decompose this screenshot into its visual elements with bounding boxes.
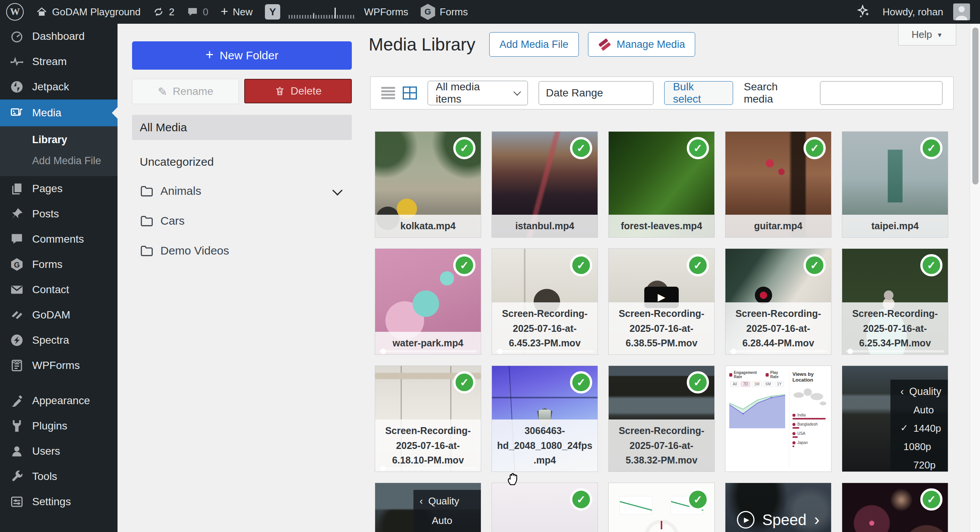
sidebar-item-tools[interactable]: Tools	[0, 464, 118, 489]
folder-item-demo-videos[interactable]: Demo Videos	[132, 239, 352, 263]
delete-folder-button[interactable]: Delete	[244, 79, 352, 103]
selected-check-icon[interactable]: ✓	[920, 488, 942, 511]
date-range-input[interactable]	[539, 81, 653, 105]
traffic-sparkline-icon[interactable]	[289, 5, 356, 19]
media-item[interactable]: ‹Quality Auto	[375, 483, 481, 532]
media-item[interactable]: ✓	[609, 483, 714, 532]
sidebar-item-forms[interactable]: G Forms	[0, 252, 118, 277]
new-label: New	[233, 6, 253, 18]
chevron-down-icon	[513, 88, 521, 96]
selected-check-icon[interactable]: ✓	[920, 137, 942, 159]
quality-option[interactable]: ✓1440p	[900, 423, 948, 434]
media-item[interactable]: ✓ water-park.mp4	[375, 249, 481, 354]
submenu-item-add-media-file[interactable]: Add Media File	[32, 155, 118, 167]
list-view-button[interactable]	[381, 87, 395, 100]
help-dropdown[interactable]: Help ▼	[898, 24, 956, 46]
media-item[interactable]: ✓ 3066463-hd_2048_1080_24fps.mp4	[492, 366, 598, 472]
gravity-forms-menu[interactable]: G Forms	[415, 0, 474, 24]
quality-option[interactable]: Auto	[420, 515, 475, 527]
chevron-down-icon[interactable]	[332, 185, 343, 196]
selected-check-icon[interactable]: ✓	[570, 254, 592, 276]
selected-check-icon[interactable]: ✓	[570, 488, 592, 511]
media-item[interactable]: ✓ istanbul.mp4	[492, 132, 598, 237]
scrollbar-track[interactable]	[970, 24, 980, 532]
sidebar-item-dashboard[interactable]: Dashboard	[0, 24, 118, 49]
selected-check-icon[interactable]: ✓	[687, 371, 709, 393]
add-media-file-button[interactable]: Add Media File	[489, 32, 579, 57]
sidebar-item-media[interactable]: Media	[0, 100, 118, 126]
bulk-select-button[interactable]: Bulk select	[664, 81, 733, 105]
media-item[interactable]: ✓ forest-leaves.mp4	[609, 132, 714, 237]
media-item[interactable]: ✓ Screen-Recording-2025-07-16-at-6.45.23…	[492, 249, 598, 354]
folder-uncategorized[interactable]: Uncategorized	[132, 151, 352, 173]
media-item[interactable]: ▶ ✓ Screen-Recording-2025-07-16-at-6.38.…	[609, 249, 714, 354]
sidebar-item-settings[interactable]: Settings	[0, 489, 118, 514]
manage-media-label: Manage Media	[617, 39, 685, 51]
updates-icon	[153, 6, 164, 18]
submenu-item-library[interactable]: Library	[32, 134, 118, 146]
sidebar-item-spectra[interactable]: Spectra	[0, 328, 118, 353]
wordpress-menu[interactable]: W	[0, 0, 30, 24]
folder-item-cars[interactable]: Cars	[132, 209, 352, 233]
sidebar-item-jetpack[interactable]: Jetpack	[0, 74, 118, 100]
scrollbar-thumb[interactable]	[972, 28, 978, 184]
folder-all-media[interactable]: All Media	[132, 115, 352, 140]
sidebar-item-godam[interactable]: GoDAM	[0, 302, 118, 328]
sidebar-item-users[interactable]: Users	[0, 439, 118, 464]
quality-option[interactable]: 1080p	[900, 441, 948, 453]
ai-assistant-button[interactable]	[850, 0, 877, 24]
media-item[interactable]: ✓ Screen-Recording-2025-07-16-at-5.38.32…	[609, 366, 714, 472]
sidebar-item-appearance[interactable]: Appearance	[0, 388, 118, 413]
media-item[interactable]: ✓ taipei.mp4	[842, 132, 948, 237]
selected-check-icon[interactable]: ✓	[687, 137, 709, 159]
media-item[interactable]: ✓	[842, 483, 948, 532]
account-menu[interactable]: Howdy, rohan	[877, 0, 970, 24]
rename-folder-button[interactable]: ✎ Rename	[132, 79, 239, 104]
folder-icon	[140, 214, 153, 227]
manage-media-button[interactable]: Manage Media	[588, 32, 696, 57]
selected-check-icon[interactable]: ✓	[804, 137, 826, 159]
media-item[interactable]: Engagement Rate Play Rate All 7D 1M 6M 1…	[725, 366, 831, 472]
media-item[interactable]: ✓	[492, 483, 598, 532]
selected-check-icon[interactable]: ✓	[804, 254, 826, 276]
sidebar-item-wpforms[interactable]: WPForms	[0, 353, 118, 378]
updates-indicator[interactable]: 2	[147, 0, 180, 24]
sidebar-item-posts[interactable]: Posts	[0, 201, 118, 227]
selected-check-icon[interactable]: ✓	[453, 254, 475, 276]
media-item[interactable]: ✓ Screen-Recording-2025-07-16-at-6.18.10…	[375, 366, 481, 472]
site-link[interactable]: GoDAM Playground	[30, 0, 147, 24]
new-content-menu[interactable]: + New	[214, 0, 259, 24]
quality-option[interactable]: Auto	[900, 404, 948, 416]
speed-menu[interactable]: ▶ Speed ›	[725, 511, 831, 529]
media-type-filter[interactable]: All media items	[428, 81, 528, 105]
quality-option[interactable]: 720p	[900, 459, 948, 471]
search-media-input[interactable]	[820, 81, 942, 105]
selected-check-icon[interactable]: ✓	[570, 137, 592, 159]
selected-check-icon[interactable]: ✓	[687, 488, 709, 511]
sidebar-item-pages[interactable]: Pages	[0, 176, 118, 201]
selected-check-icon[interactable]: ✓	[453, 137, 475, 159]
new-folder-button[interactable]: + New Folder	[132, 41, 352, 70]
selected-check-icon[interactable]: ✓	[453, 371, 475, 393]
paintbrush-icon	[10, 394, 24, 408]
sidebar-item-label: Jetpack	[32, 81, 69, 93]
selected-check-icon[interactable]: ✓	[920, 254, 942, 276]
selected-check-icon[interactable]: ✓	[570, 371, 592, 393]
media-item[interactable]: ✓ Screen-Recording-2025-07-16-at-6.25.34…	[842, 249, 948, 354]
sidebar-item-label: WPForms	[32, 359, 80, 372]
sidebar-item-contact[interactable]: Contact	[0, 277, 118, 302]
media-item[interactable]: ‹Quality Auto ✓1440p 1080p 720p 480p 360…	[842, 366, 948, 472]
media-item[interactable]: ✓ kolkata.mp4	[375, 132, 481, 237]
folder-item-animals[interactable]: Animals	[132, 179, 352, 203]
sidebar-item-plugins[interactable]: Plugins	[0, 413, 118, 439]
wpforms-menu[interactable]: WPForms	[358, 0, 415, 24]
media-item[interactable]: ✓ Screen-Recording-2025-07-16-at-6.28.44…	[725, 249, 831, 354]
media-item[interactable]: ✓ guitar.mp4	[725, 132, 831, 237]
sidebar-item-comments[interactable]: Comments	[0, 227, 118, 252]
media-item[interactable]: ▶ Speed ›	[725, 483, 831, 532]
yoast-seo-menu[interactable]: Y	[259, 0, 286, 24]
grid-view-button[interactable]	[403, 86, 417, 100]
selected-check-icon[interactable]: ✓	[687, 254, 709, 276]
sidebar-item-stream[interactable]: Stream	[0, 49, 118, 74]
comments-indicator[interactable]: 0	[181, 0, 214, 24]
